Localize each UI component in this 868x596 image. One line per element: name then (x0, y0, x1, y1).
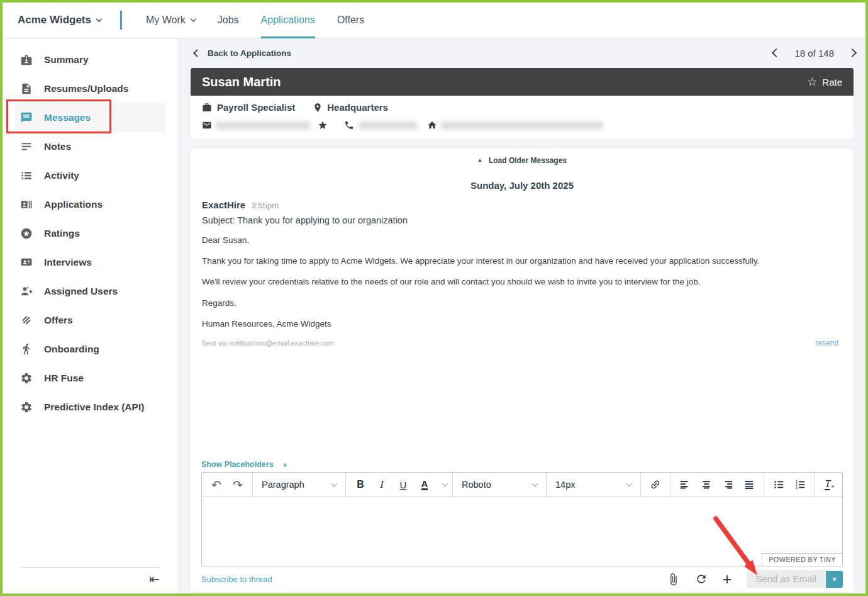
star-filled-icon[interactable] (318, 120, 328, 130)
underline-button[interactable]: U (394, 475, 413, 494)
redo-icon[interactable]: ↷ (228, 475, 247, 494)
bullet-list-icon[interactable] (769, 475, 788, 494)
attachment-icon[interactable] (667, 573, 680, 586)
load-older-messages-button[interactable]: ▲ Load Older Messages (477, 156, 567, 165)
message-paragraph: We'll review your credentials relative t… (202, 276, 838, 288)
triangle-up-icon: ▲ (282, 461, 288, 468)
link-group (641, 473, 670, 497)
subscribe-to-thread-link[interactable]: Subscribe to thread (201, 575, 272, 584)
candidate-job-row: Payroll Specialist Headquarters (202, 102, 842, 113)
align-right-icon[interactable] (718, 475, 737, 494)
chevron-down-icon (532, 481, 538, 487)
sidebar-item-onboarding[interactable]: Onboarding (3, 335, 179, 364)
chat-icon (20, 111, 33, 124)
thread-empty-space (191, 347, 854, 460)
chevron-down-icon (96, 16, 103, 23)
show-placeholders-toggle[interactable]: Show Placeholders ▲ (201, 460, 843, 469)
message-footer: Sent via notifications@email.exacthire.c… (202, 339, 838, 347)
sidebar-footer: ⇤ (21, 567, 160, 586)
editor-content[interactable] (202, 497, 842, 566)
sidebar-item-resumes-uploads[interactable]: Resumes/Uploads (3, 74, 179, 103)
message-sender: ExactHire (202, 200, 245, 210)
location-label: Headquarters (327, 102, 388, 113)
candidate-header: Susan Martin ☆ Rate (191, 68, 854, 96)
back-to-applications-link[interactable]: Back to Applications (194, 48, 291, 58)
gear-icon (20, 401, 33, 413)
sidebar-item-summary[interactable]: Summary (3, 45, 179, 74)
add-message-icon[interactable]: + (723, 571, 732, 587)
resend-link[interactable]: resend (815, 339, 838, 347)
thread-date-header: Sunday, July 20th 2025 (470, 180, 574, 191)
star-circle-icon (20, 227, 33, 240)
align-left-icon[interactable] (676, 475, 694, 494)
sidebar-item-hr-fuse[interactable]: HR Fuse (3, 364, 179, 393)
company-selector[interactable]: Acme Widgets (18, 14, 101, 26)
triangle-up-icon: ▲ (477, 158, 482, 163)
send-options-dropdown[interactable]: ▾ (826, 571, 843, 588)
rate-button[interactable]: ☆ Rate (807, 76, 842, 87)
sidebar-item-notes[interactable]: Notes (3, 132, 179, 161)
bold-button[interactable]: B (351, 475, 370, 494)
send-as-email-button[interactable]: Send as Email (747, 570, 825, 588)
sidebar-item-assigned-users[interactable]: Assigned Users (3, 277, 179, 306)
paragraph-format-value: Paragraph (262, 480, 304, 490)
nav-item-applications[interactable]: Applications (261, 3, 315, 38)
message-subject: Subject: Thank you for applying to our o… (202, 215, 838, 225)
italic-button[interactable]: I (372, 475, 391, 494)
sidebar-item-label: Interviews (44, 257, 92, 268)
app-window: Acme Widgets My Work Jobs Applications O… (0, 0, 868, 596)
home-icon (427, 120, 437, 130)
previous-record-icon[interactable] (772, 48, 781, 57)
nav-item-my-work[interactable]: My Work (146, 3, 196, 38)
clear-format-glyph: T (825, 479, 830, 490)
refresh-icon[interactable] (695, 573, 708, 585)
sidebar-item-activity[interactable]: Activity (3, 161, 179, 190)
insert-link-icon[interactable] (646, 475, 665, 494)
clear-formatting-icon[interactable]: T × (820, 475, 839, 494)
sidebar-item-label: Onboarding (44, 344, 99, 355)
chevron-down-icon (331, 481, 338, 487)
svg-text:3: 3 (796, 486, 798, 490)
person-add-icon (20, 285, 33, 298)
location-group: Headquarters (313, 102, 388, 113)
top-nav: Acme Widgets My Work Jobs Applications O… (3, 3, 865, 38)
nav-item-label: Offers (337, 14, 364, 26)
caret-down-icon: ▾ (833, 575, 837, 583)
sidebar-item-interviews[interactable]: Interviews (3, 248, 179, 277)
clear-format-x: × (831, 483, 834, 490)
main-content: Back to Applications 18 of 148 Susan Mar… (179, 39, 865, 593)
text-color-button[interactable]: A (415, 475, 434, 494)
undo-icon[interactable]: ↶ (207, 475, 226, 494)
sidebar-item-ratings[interactable]: Ratings (3, 219, 179, 248)
record-pager: 18 of 148 (773, 48, 855, 59)
redacted-address (441, 121, 603, 130)
candidate-name: Susan Martin (202, 75, 281, 89)
nav-item-offers[interactable]: Offers (337, 3, 364, 38)
sidebar-item-predictive-index[interactable]: Predictive Index (API) (3, 393, 179, 422)
chevron-down-icon (626, 481, 633, 487)
clear-format-group: T × (815, 473, 844, 497)
chevron-down-icon[interactable] (442, 481, 448, 487)
align-justify-icon[interactable] (740, 475, 759, 494)
handshake-icon (20, 314, 33, 327)
sidebar-item-messages[interactable]: Messages (15, 103, 165, 132)
paragraph-format-select[interactable]: Paragraph (258, 480, 340, 490)
alignment-group (670, 473, 764, 497)
chevron-left-icon (193, 49, 201, 57)
next-record-icon[interactable] (848, 48, 857, 57)
editor-toolbar: ↶ ↷ Paragraph B I U (202, 473, 842, 497)
collapse-sidebar-icon[interactable]: ⇤ (149, 572, 160, 586)
sidebar-item-offers[interactable]: Offers (3, 306, 179, 335)
history-group: ↶ ↷ (202, 473, 253, 497)
font-size-select[interactable]: 14px (552, 480, 635, 490)
sidebar-item-applications[interactable]: Applications (3, 190, 179, 219)
sidebar-item-label: Resumes/Uploads (44, 83, 128, 94)
walking-person-icon (20, 343, 33, 356)
numbered-list-icon[interactable]: 123 (791, 475, 810, 494)
font-family-select[interactable]: Roboto (458, 480, 541, 490)
pagination-text: 18 of 148 (794, 48, 834, 59)
notes-icon (20, 140, 33, 153)
align-center-icon[interactable] (697, 475, 716, 494)
nav-item-jobs[interactable]: Jobs (218, 3, 239, 38)
message-meta: ExactHire 3:55pm (202, 200, 838, 210)
